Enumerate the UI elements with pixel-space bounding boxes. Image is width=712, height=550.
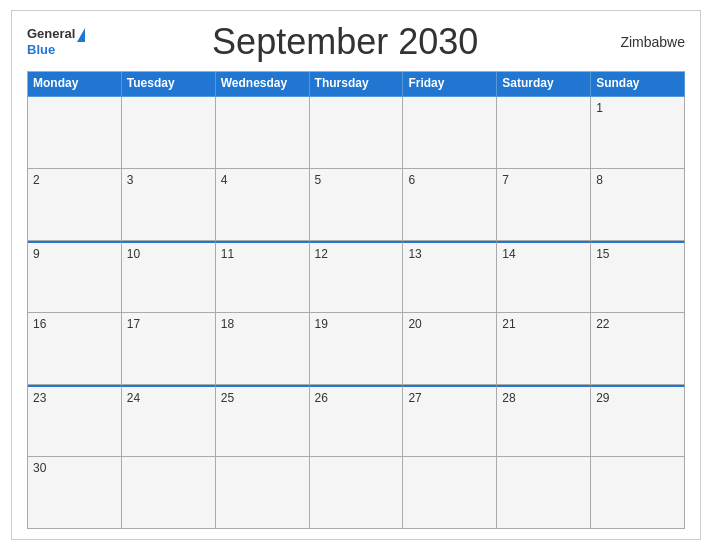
day-cell-19: 19 [310,313,404,385]
day-number-23: 23 [33,391,116,405]
day-cell-27: 27 [403,385,497,457]
day-header-tuesday: Tuesday [122,72,216,97]
logo-general: General [27,26,75,41]
logo-line1: General [27,26,85,42]
day-cell-15: 15 [591,241,685,313]
day-cell-11: 11 [216,241,310,313]
day-number-18: 18 [221,317,304,331]
day-cell-6: 6 [403,169,497,241]
day-number-13: 13 [408,247,491,261]
day-cell-empty [497,97,591,169]
day-header-saturday: Saturday [497,72,591,97]
day-number-9: 9 [33,247,116,261]
day-cell-8: 8 [591,169,685,241]
day-number-30: 30 [33,461,116,475]
day-number-2: 2 [33,173,116,187]
day-number-10: 10 [127,247,210,261]
day-cell-empty [216,97,310,169]
day-header-sunday: Sunday [591,72,685,97]
day-number-3: 3 [127,173,210,187]
logo-area: General Blue [27,26,85,58]
day-cell-2: 2 [28,169,122,241]
day-number-24: 24 [127,391,210,405]
day-number-17: 17 [127,317,210,331]
calendar-title: September 2030 [85,21,605,63]
day-cell-empty [403,457,497,529]
day-cell-18: 18 [216,313,310,385]
day-number-6: 6 [408,173,491,187]
day-cell-9: 9 [28,241,122,313]
day-number-5: 5 [315,173,398,187]
day-cell-empty [310,457,404,529]
day-header-thursday: Thursday [310,72,404,97]
day-header-monday: Monday [28,72,122,97]
day-cell-empty [28,97,122,169]
day-cell-26: 26 [310,385,404,457]
day-number-21: 21 [502,317,585,331]
day-cell-17: 17 [122,313,216,385]
calendar-header: General Blue September 2030 Zimbabwe [27,21,685,63]
day-cell-24: 24 [122,385,216,457]
day-cell-16: 16 [28,313,122,385]
day-cell-empty [310,97,404,169]
day-number-1: 1 [596,101,679,115]
country-label: Zimbabwe [605,34,685,50]
day-number-26: 26 [315,391,398,405]
day-cell-30: 30 [28,457,122,529]
day-number-15: 15 [596,247,679,261]
calendar-grid: MondayTuesdayWednesdayThursdayFridaySatu… [27,71,685,529]
day-number-7: 7 [502,173,585,187]
day-cell-29: 29 [591,385,685,457]
day-cell-4: 4 [216,169,310,241]
day-number-12: 12 [315,247,398,261]
day-number-25: 25 [221,391,304,405]
day-cell-10: 10 [122,241,216,313]
day-number-19: 19 [315,317,398,331]
day-header-wednesday: Wednesday [216,72,310,97]
day-cell-7: 7 [497,169,591,241]
day-cell-20: 20 [403,313,497,385]
day-cell-28: 28 [497,385,591,457]
day-number-16: 16 [33,317,116,331]
logo-blue: Blue [27,42,55,57]
day-number-4: 4 [221,173,304,187]
day-cell-3: 3 [122,169,216,241]
day-cell-empty [591,457,685,529]
day-cell-14: 14 [497,241,591,313]
day-cell-1: 1 [591,97,685,169]
day-cell-empty [497,457,591,529]
day-number-14: 14 [502,247,585,261]
day-cell-25: 25 [216,385,310,457]
day-number-29: 29 [596,391,679,405]
day-number-27: 27 [408,391,491,405]
day-number-11: 11 [221,247,304,261]
logo-line2: Blue [27,42,55,58]
day-cell-5: 5 [310,169,404,241]
day-cell-empty [216,457,310,529]
day-number-8: 8 [596,173,679,187]
day-cell-empty [122,97,216,169]
logo-triangle [77,28,85,42]
day-cell-13: 13 [403,241,497,313]
day-cell-21: 21 [497,313,591,385]
day-cell-23: 23 [28,385,122,457]
day-cell-12: 12 [310,241,404,313]
day-number-22: 22 [596,317,679,331]
day-cell-22: 22 [591,313,685,385]
day-number-28: 28 [502,391,585,405]
day-number-20: 20 [408,317,491,331]
day-cell-empty [122,457,216,529]
calendar-container: General Blue September 2030 Zimbabwe Mon… [11,10,701,540]
day-cell-empty [403,97,497,169]
day-header-friday: Friday [403,72,497,97]
